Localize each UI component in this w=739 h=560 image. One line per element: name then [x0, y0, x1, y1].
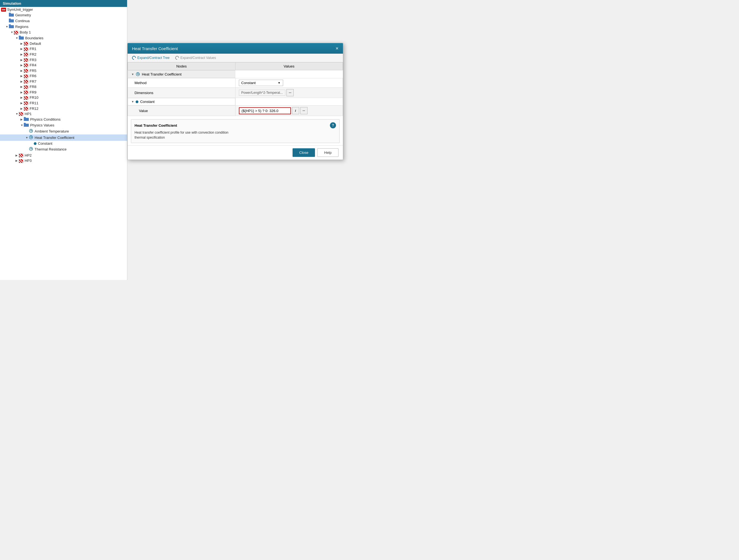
- tree-item-fr8[interactable]: ▶ FR8: [0, 84, 127, 89]
- dot-icon-constant: [34, 142, 36, 145]
- tree-item-boundaries[interactable]: ▼ Boundaries: [0, 35, 127, 41]
- method-dropdown[interactable]: Constant ▼: [239, 80, 283, 86]
- tree-item-fr6[interactable]: ▶ FR6: [0, 73, 127, 79]
- expand-values-icon: [174, 55, 180, 60]
- fr12-label: FR12: [30, 107, 38, 111]
- physics-icon-ambient: [29, 129, 33, 134]
- constant-label: Constant: [38, 141, 52, 146]
- dot-icon-table-constant: [136, 101, 138, 103]
- stripe-icon-fr3: [24, 57, 28, 62]
- ambient-temp-label: Ambient Temperature: [35, 129, 69, 133]
- expand-tree-button[interactable]: Expand/Contract Tree: [132, 56, 170, 60]
- stripe-icon-fr7: [24, 79, 28, 84]
- stripe-icon-fr12: [24, 106, 28, 111]
- svg-point-19: [137, 73, 138, 75]
- hp3-label: HP3: [25, 159, 31, 163]
- modal-close-button[interactable]: ×: [335, 46, 338, 51]
- tree-item-ambient-temp[interactable]: Ambient Temperature: [0, 128, 127, 135]
- close-button[interactable]: Close: [293, 148, 315, 157]
- folder-icon-boundaries: [19, 36, 24, 40]
- tree-item-body1[interactable]: ▼ Body 1: [0, 30, 127, 35]
- value-info-button[interactable]: i: [292, 107, 299, 114]
- tree-item-hp3[interactable]: ▶ HP3: [0, 158, 127, 164]
- table-row-htc-header: ▼ Heat Transfer Coefficient: [128, 70, 343, 78]
- tree-item-fr12[interactable]: ▶ FR12: [0, 106, 127, 111]
- expand-values-label: Expand/Contract Values: [180, 56, 216, 60]
- stripe-icon-hp3: [19, 159, 23, 163]
- value-node-label: Value: [128, 106, 236, 116]
- svg-rect-3: [9, 19, 11, 20]
- stripe-icon-fr8: [24, 85, 28, 89]
- tree-panel: Simulation 5M SymUnit_trigger Geometry C…: [0, 0, 127, 280]
- tree-item-default[interactable]: ▶ Default: [0, 41, 127, 46]
- htc-header-label: Heat Transfer Coefficient: [142, 72, 181, 76]
- htc-header-arrow: ▼: [132, 73, 134, 76]
- stripe-icon-hp1: [19, 112, 23, 116]
- dropdown-arrow-method: ▼: [278, 81, 281, 84]
- physics-icon-table-htc: [136, 72, 140, 76]
- default-toggle[interactable]: ▶: [20, 42, 24, 45]
- value-browse-button[interactable]: ···: [300, 107, 307, 114]
- tree-item-fr7[interactable]: ▶ FR7: [0, 79, 127, 84]
- modal-header: Heat Transfer Coefficient ×: [128, 43, 343, 54]
- folder-icon-physics-conditions: [24, 117, 29, 122]
- boundaries-toggle[interactable]: ▼: [15, 36, 19, 39]
- fr4-label: FR4: [30, 63, 36, 67]
- stripe-icon-fr9: [24, 90, 28, 95]
- tree-item-fr11[interactable]: ▶ FR11: [0, 101, 127, 106]
- tree-item-hp2[interactable]: ▶ HP2: [0, 153, 127, 158]
- regions-toggle[interactable]: ▼: [6, 25, 9, 28]
- tree-item-fr1[interactable]: ▶ FR1: [0, 46, 127, 52]
- physics-icon-thermal-resistance: [29, 147, 33, 152]
- tree-item-hp1[interactable]: ▼ HP1: [0, 111, 127, 117]
- tree-item-constant[interactable]: Constant: [0, 141, 127, 146]
- svg-rect-7: [19, 36, 21, 37]
- body1-toggle[interactable]: ▼: [10, 31, 14, 34]
- fr10-label: FR10: [30, 96, 38, 100]
- tree-item-fr5[interactable]: ▶ FR5: [0, 68, 127, 73]
- tree-item-fr9[interactable]: ▶ FR9: [0, 89, 127, 95]
- col-nodes: Nodes: [128, 62, 236, 70]
- col-values: Values: [235, 62, 343, 70]
- tree-item-thermal-resistance[interactable]: Thermal Resistance: [0, 146, 127, 153]
- tree-item-fr4[interactable]: ▶ FR4: [0, 62, 127, 68]
- value-formula-input[interactable]: [239, 107, 291, 114]
- tree-item-fr10[interactable]: ▶ FR10: [0, 95, 127, 101]
- tree-item-physics-conditions[interactable]: ▶ Physics Conditions: [0, 117, 127, 122]
- fr11-label: FR11: [30, 101, 38, 105]
- tree-item-regions[interactable]: ▼ Regions: [0, 24, 127, 30]
- fr2-label: FR2: [30, 52, 36, 56]
- tree-item-physics-values[interactable]: ▼ Physics Values: [0, 122, 127, 128]
- dimensions-browse-button[interactable]: ···: [286, 89, 294, 96]
- sm-badge: 5M: [1, 8, 6, 12]
- folder-icon-physics-values: [24, 123, 29, 128]
- modal-description-box: Heat Transfer Coefficient ? Heat transfe…: [131, 119, 340, 143]
- tree-root-item[interactable]: 5M SymUnit_trigger: [0, 7, 127, 12]
- help-button[interactable]: Help: [317, 148, 338, 157]
- description-help-button[interactable]: ?: [330, 122, 336, 128]
- tree-item-heat-transfer-coeff[interactable]: ▼ Heat Transfer Coefficient: [0, 135, 127, 141]
- constant-header-label: Constant: [140, 100, 154, 104]
- value-formula-container: i ···: [239, 107, 340, 114]
- fr8-label: FR8: [30, 85, 36, 89]
- simulation-label: Simulation: [3, 1, 21, 6]
- fr9-label: FR9: [30, 90, 36, 95]
- heat-transfer-coeff-label: Heat Transfer Coefficient: [35, 136, 75, 140]
- svg-point-13: [30, 130, 31, 132]
- heat-transfer-modal: Heat Transfer Coefficient × Expand/Contr…: [127, 43, 343, 160]
- modal-toolbar: Expand/Contract Tree Expand/Contract Val…: [128, 54, 343, 62]
- expand-values-button[interactable]: Expand/Contract Values: [175, 56, 216, 60]
- svg-rect-11: [24, 123, 26, 124]
- svg-rect-5: [9, 24, 11, 26]
- boundaries-label: Boundaries: [25, 36, 43, 40]
- no-toggle: [6, 14, 9, 17]
- tree-item-continua[interactable]: Continua: [0, 18, 127, 24]
- stripe-icon-fr2: [24, 52, 28, 57]
- constant-header-value: [235, 98, 343, 106]
- tree-item-fr2[interactable]: ▶ FR2: [0, 52, 127, 57]
- continua-label: Continua: [15, 19, 30, 23]
- method-dropdown-container: Constant ▼: [239, 80, 340, 86]
- tree-item-fr3[interactable]: ▶ FR3: [0, 57, 127, 62]
- no-toggle-continua: [6, 19, 9, 22]
- tree-item-geometry[interactable]: Geometry: [0, 12, 127, 18]
